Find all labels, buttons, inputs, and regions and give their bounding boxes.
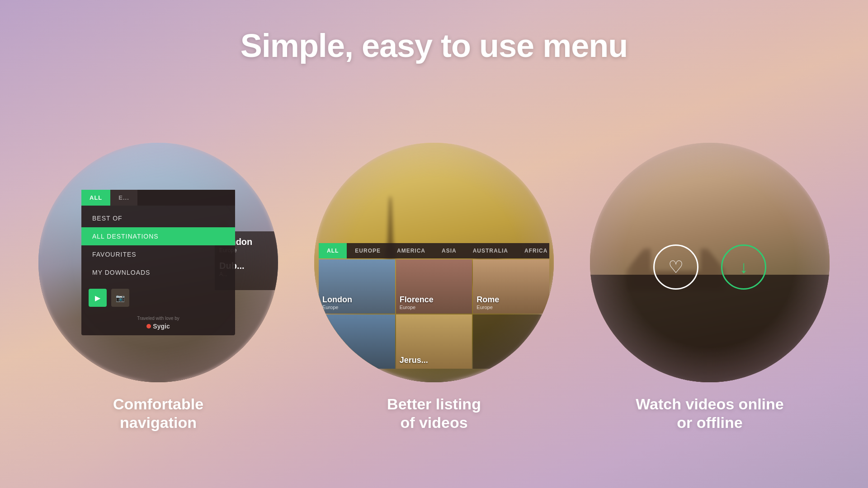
- caption-watch-line2: or offline: [677, 414, 742, 431]
- filter-tabs: ALL EUROPE AMERICA ASIA AUSTRALIA AFRICA: [319, 243, 549, 258]
- video-grid-ui: ALL EUROPE AMERICA ASIA AUSTRALIA AFRICA: [319, 243, 549, 369]
- video-icon: ▶: [95, 294, 100, 302]
- nav-item-best-of[interactable]: BEST OF: [81, 209, 235, 227]
- caption-watch: Watch videos online or offline: [636, 395, 783, 432]
- nav-item-my-downloads[interactable]: MY DOWNLOADS: [81, 263, 235, 282]
- heart-icon: ♡: [668, 257, 684, 277]
- nav-icon-row: ▶ 📷: [81, 285, 235, 310]
- filter-tab-all[interactable]: ALL: [319, 243, 347, 258]
- jerusalem-city: Jerus...: [400, 356, 428, 365]
- florence-country: Europe: [400, 305, 434, 310]
- nav-tab-all[interactable]: ALL: [81, 190, 110, 206]
- video-cell-sydney[interactable]: Sydney Australia: [319, 314, 395, 369]
- nav-footer: Traveled with love by Sygic: [81, 310, 235, 335]
- circle-item-listing: ALL EUROPE AMERICA ASIA AUSTRALIA AFRICA: [314, 143, 554, 432]
- florence-label: Florence Europe: [400, 295, 434, 310]
- video-cell-london[interactable]: London Europe: [319, 259, 395, 314]
- jerusalem-label: Jerus...: [400, 356, 428, 365]
- caption-listing-line2: of videos: [400, 414, 467, 431]
- filter-tab-africa[interactable]: AFRICA: [516, 243, 554, 258]
- action-icons: ♡ ↓: [653, 244, 766, 290]
- sygic-name: Sygic: [153, 323, 170, 330]
- london-country: Europe: [322, 305, 352, 310]
- caption-watch-line1: Watch videos online: [636, 395, 783, 413]
- london-label: London Europe: [322, 295, 352, 310]
- video-cell-florence[interactable]: Florence Europe: [396, 259, 472, 314]
- caption-listing: Better listing of videos: [387, 395, 481, 432]
- nav-menu-items: BEST OF ALL DESTINATIONS FAVOURITES MY D…: [81, 206, 235, 285]
- circle-listing: ALL EUROPE AMERICA ASIA AUSTRALIA AFRICA: [314, 143, 554, 382]
- rome-country: Europe: [476, 305, 499, 310]
- rome-label: Rome Europe: [476, 295, 499, 310]
- video-cell-jerusalem[interactable]: Jerus...: [396, 314, 472, 369]
- download-icon: ↓: [740, 258, 748, 277]
- filter-tab-australia[interactable]: AUSTRALIA: [465, 243, 516, 258]
- video-icon-btn[interactable]: ▶: [89, 289, 107, 307]
- video-cell-placeholder: [473, 314, 549, 369]
- sygic-logo: Sygic: [87, 323, 230, 330]
- sydney-city: Sydney: [322, 350, 351, 360]
- caption-navigation: Comfortable navigation: [113, 395, 203, 432]
- nav-tab-europe[interactable]: E...: [110, 190, 137, 206]
- page: Simple, easy to use menu ALL E...: [0, 0, 868, 488]
- video-grid: London Europe Florence Europe: [319, 259, 549, 369]
- circle-3-dark-strip: [590, 275, 830, 383]
- nav-tabs: ALL E...: [81, 190, 235, 206]
- filter-tab-asia[interactable]: ASIA: [434, 243, 465, 258]
- caption-line1: Comfortable: [113, 395, 203, 413]
- circle-item-navigation: ALL E... BEST OF ALL DESTINATIONS FAVOUR…: [38, 143, 278, 432]
- footer-text: Traveled with love by: [87, 316, 230, 321]
- london-city: London: [322, 295, 352, 305]
- video-cell-rome[interactable]: Rome Europe: [473, 259, 549, 314]
- download-btn[interactable]: ↓: [721, 244, 766, 290]
- sydney-label: Sydney Australia: [322, 350, 351, 365]
- florence-city: Florence: [400, 295, 434, 305]
- nav-item-all-destinations[interactable]: ALL DESTINATIONS: [81, 227, 235, 245]
- nav-ui-panel: ALL E... BEST OF ALL DESTINATIONS FAVOUR…: [81, 190, 235, 335]
- sydney-country: Australia: [322, 360, 351, 365]
- photo-icon-btn[interactable]: 📷: [111, 289, 129, 307]
- sygic-dot-icon: [146, 324, 151, 328]
- circle-watch: ♡ ↓: [590, 143, 830, 382]
- caption-listing-line1: Better listing: [387, 395, 481, 413]
- camera-icon: 📷: [116, 294, 125, 302]
- circle-item-watch: ♡ ↓ Watch videos online or offline: [590, 143, 830, 432]
- rome-city: Rome: [476, 295, 499, 305]
- filter-tab-europe[interactable]: EUROPE: [347, 243, 389, 258]
- circle-navigation: ALL E... BEST OF ALL DESTINATIONS FAVOUR…: [38, 143, 278, 382]
- caption-line2: navigation: [120, 414, 197, 431]
- circles-row: ALL E... BEST OF ALL DESTINATIONS FAVOUR…: [38, 87, 830, 488]
- page-title: Simple, easy to use menu: [241, 27, 627, 64]
- nav-item-favourites[interactable]: FAVOURITES: [81, 245, 235, 263]
- filter-tab-america[interactable]: AMERICA: [389, 243, 434, 258]
- favourite-btn[interactable]: ♡: [653, 244, 698, 290]
